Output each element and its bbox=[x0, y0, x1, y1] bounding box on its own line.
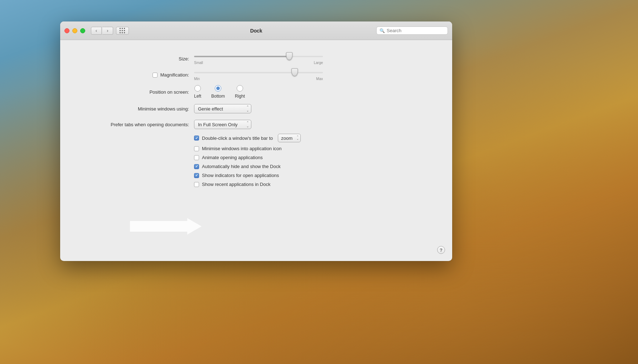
magnification-max-label: Max bbox=[316, 77, 323, 81]
magnification-row: Magnification: Min Max bbox=[60, 67, 452, 83]
preferences-window: ‹ › Dock 🔍 Size: bbox=[60, 21, 452, 261]
prefer-tabs-dropdown-arrow-icon bbox=[246, 121, 249, 128]
position-radio-group: Left Bottom Right bbox=[194, 85, 245, 99]
back-button[interactable]: ‹ bbox=[91, 27, 102, 35]
traffic-lights bbox=[64, 28, 85, 33]
minimise-dropdown-arrow-icon bbox=[246, 105, 249, 112]
size-slider-labels: Small Large bbox=[194, 61, 323, 65]
grid-button[interactable] bbox=[116, 27, 129, 35]
minimise-label: Minimise windows using: bbox=[74, 106, 189, 112]
minimise-icon-label: Minimise windows into application icon bbox=[202, 146, 282, 151]
indicators-row: Show indicators for open applications bbox=[194, 173, 452, 178]
size-small-label: Small bbox=[194, 61, 203, 65]
magnification-slider-container: Min Max bbox=[194, 69, 323, 81]
prefer-tabs-dropdown-value: In Full Screen Only bbox=[198, 122, 238, 127]
size-label: Size: bbox=[74, 56, 189, 62]
minimise-row: Minimise windows using: Genie effect bbox=[60, 101, 452, 117]
double-click-action-value: zoom bbox=[281, 136, 293, 141]
position-right-option[interactable]: Right bbox=[235, 85, 245, 99]
svg-marker-0 bbox=[130, 218, 202, 235]
content-area: Size: Small Large bbox=[60, 40, 452, 261]
recent-apps-row: Show recent applications in Dock bbox=[194, 182, 452, 187]
recent-apps-checkbox[interactable] bbox=[194, 182, 199, 187]
search-input[interactable] bbox=[387, 28, 445, 33]
recent-apps-label: Show recent applications in Dock bbox=[202, 182, 271, 187]
magnification-min-label: Min bbox=[194, 77, 200, 81]
position-left-label: Left bbox=[194, 94, 201, 99]
arrow-annotation-svg bbox=[130, 217, 202, 235]
autohide-row: Automatically hide and show the Dock bbox=[194, 164, 452, 169]
checkboxes-section: Double-click a window's title bar to zoo… bbox=[194, 134, 452, 187]
size-large-label: Large bbox=[314, 61, 323, 65]
double-click-action-dropdown[interactable]: zoom ⌃ ⌄ bbox=[278, 134, 301, 142]
position-bottom-radio[interactable] bbox=[215, 85, 221, 92]
size-slider-track bbox=[194, 56, 323, 57]
arrow-annotation bbox=[130, 217, 202, 235]
animate-checkbox[interactable] bbox=[194, 155, 199, 160]
position-right-label: Right bbox=[235, 94, 245, 99]
position-right-radio[interactable] bbox=[237, 85, 243, 92]
size-slider-thumb[interactable] bbox=[286, 52, 293, 61]
position-label: Position on screen: bbox=[74, 89, 189, 95]
position-row: Position on screen: Left Bottom Right bbox=[60, 83, 452, 101]
magnification-checkbox[interactable] bbox=[153, 73, 158, 78]
minimise-dropdown-value: Genie effect bbox=[198, 106, 223, 112]
double-click-checkbox[interactable] bbox=[194, 136, 199, 141]
minimise-icon-row: Minimise windows into application icon bbox=[194, 146, 452, 151]
double-click-row: Double-click a window's title bar to zoo… bbox=[194, 134, 452, 142]
forward-button[interactable]: › bbox=[102, 27, 113, 35]
magnification-label: Magnification: bbox=[160, 72, 189, 78]
prefer-tabs-dropdown[interactable]: In Full Screen Only bbox=[194, 120, 251, 129]
close-button[interactable] bbox=[64, 28, 69, 33]
animate-label: Animate opening applications bbox=[202, 155, 263, 160]
prefer-tabs-row: Prefer tabs when opening documents: In F… bbox=[60, 117, 452, 132]
minimise-dropdown[interactable]: Genie effect bbox=[194, 104, 251, 113]
position-bottom-label: Bottom bbox=[211, 94, 225, 99]
magnification-slider-thumb[interactable] bbox=[291, 68, 299, 77]
autohide-label: Automatically hide and show the Dock bbox=[202, 164, 281, 169]
autohide-checkbox[interactable] bbox=[194, 164, 199, 169]
position-left-radio[interactable] bbox=[194, 85, 201, 92]
position-bottom-option[interactable]: Bottom bbox=[211, 85, 225, 99]
settings-content: Size: Small Large bbox=[60, 40, 452, 198]
magnification-slider-track bbox=[194, 72, 323, 73]
window-title: Dock bbox=[250, 28, 262, 34]
nav-buttons: ‹ › bbox=[91, 27, 113, 35]
search-box[interactable]: 🔍 bbox=[376, 26, 448, 35]
minimize-button[interactable] bbox=[72, 28, 77, 33]
minimise-icon-checkbox[interactable] bbox=[194, 146, 199, 151]
titlebar: ‹ › Dock 🔍 bbox=[60, 21, 452, 40]
size-row: Size: Small Large bbox=[60, 51, 452, 67]
help-button[interactable]: ? bbox=[437, 246, 445, 254]
indicators-label: Show indicators for open applications bbox=[202, 173, 279, 178]
maximize-button[interactable] bbox=[80, 28, 85, 33]
indicators-checkbox[interactable] bbox=[194, 173, 199, 178]
position-left-option[interactable]: Left bbox=[194, 85, 201, 99]
prefer-tabs-label: Prefer tabs when opening documents: bbox=[74, 122, 189, 127]
size-slider-wrap bbox=[194, 53, 323, 60]
search-icon: 🔍 bbox=[380, 28, 385, 33]
size-slider-container: Small Large bbox=[194, 53, 323, 65]
magnification-slider-wrap bbox=[194, 69, 323, 76]
grid-icon bbox=[120, 28, 125, 34]
animate-row: Animate opening applications bbox=[194, 155, 452, 160]
double-click-label: Double-click a window's title bar to bbox=[202, 136, 273, 141]
magnification-slider-labels: Min Max bbox=[194, 77, 323, 81]
